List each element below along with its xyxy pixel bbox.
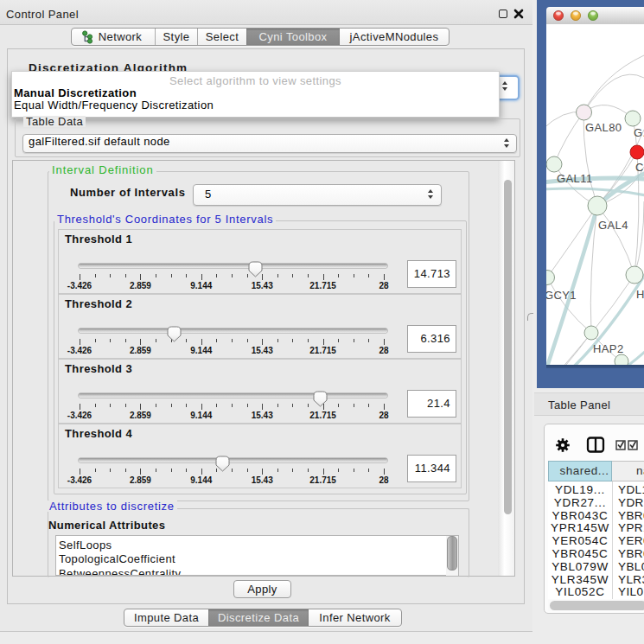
svg-text:H: H: [636, 288, 644, 301]
svg-text:GAL11: GAL11: [557, 172, 593, 185]
svg-text:GAL4: GAL4: [598, 219, 628, 232]
svg-text:GCY1: GCY1: [546, 289, 577, 302]
svg-text:C: C: [635, 161, 644, 174]
svg-text:GAL80: GAL80: [585, 121, 622, 134]
svg-text:HAP2: HAP2: [593, 342, 624, 355]
svg-text:G.: G.: [634, 126, 644, 139]
